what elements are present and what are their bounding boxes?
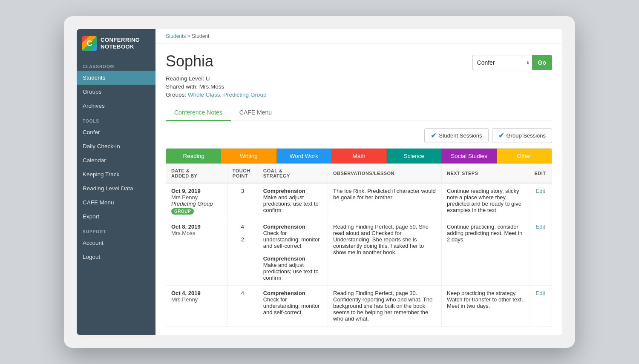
- row1-date-cell: Oct 9, 2019 Mrs.Penny Predicting Group G…: [166, 183, 227, 219]
- col-header-edit: EDIT: [529, 164, 552, 183]
- col-header-goal: GOAL &STRATEGY: [258, 164, 328, 183]
- row1-touch-point: 3: [227, 183, 258, 219]
- groups: Groups: Whole Class, Predicting Group: [166, 92, 552, 98]
- sidebar-item-cafe-menu[interactable]: CAFE Menu: [77, 195, 155, 209]
- student-sessions-button[interactable]: ✔ Student Sessions: [424, 128, 488, 143]
- breadcrumb-students-link[interactable]: Students: [166, 33, 186, 39]
- row2-next-steps: Continue practicing, consider adding pre…: [442, 219, 529, 286]
- row3-edit-cell: Edit: [529, 286, 552, 327]
- main-content: Students > Student Sophia Confer Go: [155, 29, 562, 335]
- row1-edit-cell: Edit: [529, 183, 552, 219]
- row2-edit-link[interactable]: Edit: [536, 224, 545, 230]
- row1-date: Oct 9, 2019: [171, 188, 222, 194]
- col-header-touch-point: TOUCHPOINT: [227, 164, 258, 183]
- conference-table: DATE &ADDED BY TOUCHPOINT GOAL &STRATEGY…: [166, 163, 552, 327]
- row3-goal-detail: Check for understanding; monitor and sel…: [263, 296, 320, 315]
- subject-tab-word-work[interactable]: Word Work: [276, 149, 331, 163]
- row1-observation: The Ice Rink. Predicted if character wou…: [328, 183, 442, 219]
- sidebar-item-export[interactable]: Export: [77, 209, 155, 224]
- row2-date-cell: Oct 8, 2019 Mrs.Moss: [166, 219, 227, 286]
- subject-tab-social-studies[interactable]: Social Studies: [441, 149, 496, 163]
- subject-tab-writing[interactable]: Writing: [221, 149, 276, 163]
- group-predicting-link[interactable]: Predicting Group: [223, 92, 266, 98]
- row3-edit-link[interactable]: Edit: [536, 290, 545, 296]
- student-sessions-check-icon: ✔: [431, 132, 436, 140]
- sidebar-item-calendar[interactable]: Calendar: [77, 153, 155, 167]
- row3-date: Oct 4, 2019: [171, 290, 222, 296]
- logo-icon: C: [82, 36, 97, 51]
- subject-tab-reading[interactable]: Reading: [166, 149, 221, 163]
- breadcrumb-separator: > Student: [187, 33, 210, 39]
- group-sessions-button[interactable]: ✔ Group Sessions: [492, 128, 553, 143]
- table-row: Oct 4, 2019 Mrs.Penny 4 Comprehension Ch…: [166, 286, 552, 327]
- row3-goal-title: Comprehension: [263, 290, 305, 296]
- sidebar-item-reading-level-data[interactable]: Reading Level Data: [77, 181, 155, 195]
- row1-goal: Comprehension Make and adjust prediction…: [258, 183, 328, 219]
- subject-tab-math[interactable]: Math: [331, 149, 386, 163]
- table-row: Oct 8, 2019 Mrs.Moss 42 Comprehension Ch…: [166, 219, 552, 286]
- row1-group: Predicting Group: [171, 201, 222, 207]
- col-header-observations: OBSERVATIONS/LESSON: [328, 164, 442, 183]
- row2-added-by: Mrs.Moss: [171, 230, 222, 236]
- row1-edit-link[interactable]: Edit: [536, 188, 545, 194]
- row2-date: Oct 8, 2019: [171, 224, 222, 230]
- breadcrumb: Students > Student: [155, 29, 562, 44]
- row1-goal-title: Comprehension: [263, 188, 305, 194]
- row1-group-badge: GROUP: [171, 208, 194, 215]
- tab-cafe-menu[interactable]: CAFE Menu: [231, 105, 280, 121]
- col-header-next-steps: NEXT STEPS: [442, 164, 529, 183]
- student-sessions-label: Student Sessions: [439, 132, 482, 139]
- group-whole-class-link[interactable]: Whole Class: [188, 92, 220, 98]
- shared-with: Shared with: Mrs.Moss: [166, 83, 552, 90]
- row3-touch-point: 4: [227, 286, 258, 327]
- row2-goal-title2: Comprehension: [263, 255, 305, 262]
- row1-next-steps: Continue reading story, sticky note a pl…: [442, 183, 529, 219]
- tools-section-label: TOOLS: [77, 113, 155, 125]
- main-tabs: Conference Notes CAFE Menu: [166, 105, 552, 121]
- row2-observation: Reading Finding Perfect, page 50. She re…: [328, 219, 442, 286]
- classroom-section-label: CLASSROOM: [77, 58, 155, 71]
- student-name: Sophia: [166, 52, 213, 70]
- row3-date-cell: Oct 4, 2019 Mrs.Penny: [166, 286, 227, 327]
- table-row: Oct 9, 2019 Mrs.Penny Predicting Group G…: [166, 183, 552, 219]
- confer-control: Confer Go: [472, 55, 552, 70]
- sidebar-item-confer[interactable]: Confer: [77, 125, 155, 139]
- row2-touch-point: 42: [227, 219, 258, 286]
- subject-tab-science[interactable]: Science: [386, 149, 441, 163]
- subject-tab-other[interactable]: Other: [497, 149, 552, 163]
- confer-select[interactable]: Confer: [472, 55, 532, 70]
- row2-goal-title1: Comprehension: [263, 224, 305, 230]
- group-sessions-check-icon: ✔: [498, 132, 504, 140]
- logo-text-line2: NOTEBOOK: [101, 43, 140, 50]
- row3-observation: Reading Finding Perfect, page 30. Confid…: [328, 286, 442, 327]
- row2-edit-cell: Edit: [529, 219, 552, 286]
- row3-next-steps: Keep practicing the strategy. Watch for …: [442, 286, 529, 327]
- row3-added-by: Mrs.Penny: [171, 296, 222, 303]
- row3-goal: Comprehension Check for understanding; m…: [258, 286, 328, 327]
- sidebar-item-keeping-track[interactable]: Keeping Track: [77, 167, 155, 181]
- sidebar-item-archives[interactable]: Archives: [77, 99, 155, 113]
- sidebar-item-groups[interactable]: Groups: [77, 85, 155, 99]
- sidebar: C Conferring NOTEBOOK CLASSROOM Students…: [77, 29, 155, 335]
- reading-level: Reading Level: U: [166, 75, 552, 82]
- row2-goal-detail1: Check for understanding; monitor and sel…: [263, 230, 320, 249]
- subject-tabs: Reading Writing Word Work Math Science S…: [166, 148, 552, 163]
- row2-goal: Comprehension Check for understanding; m…: [258, 219, 328, 286]
- col-header-date: DATE &ADDED BY: [166, 164, 227, 183]
- row2-goal-detail2: Make and adjust predictions; use text to…: [263, 262, 319, 281]
- tab-conference-notes[interactable]: Conference Notes: [166, 105, 231, 121]
- session-controls: ✔ Student Sessions ✔ Group Sessions: [166, 128, 552, 143]
- sidebar-item-students[interactable]: Students: [77, 71, 155, 85]
- logo-text-line1: Conferring: [101, 37, 140, 43]
- support-section-label: SUPPORT: [77, 224, 155, 236]
- sidebar-item-daily-check-in[interactable]: Daily Check-In: [77, 139, 155, 153]
- logo: C Conferring NOTEBOOK: [77, 29, 155, 58]
- row1-goal-detail: Make and adjust predictions; use text to…: [263, 194, 319, 213]
- sidebar-item-logout[interactable]: Logout: [77, 250, 155, 264]
- group-sessions-label: Group Sessions: [507, 132, 546, 139]
- sidebar-item-account[interactable]: Account: [77, 236, 155, 250]
- go-button[interactable]: Go: [532, 55, 552, 70]
- row1-added-by: Mrs.Penny: [171, 194, 222, 201]
